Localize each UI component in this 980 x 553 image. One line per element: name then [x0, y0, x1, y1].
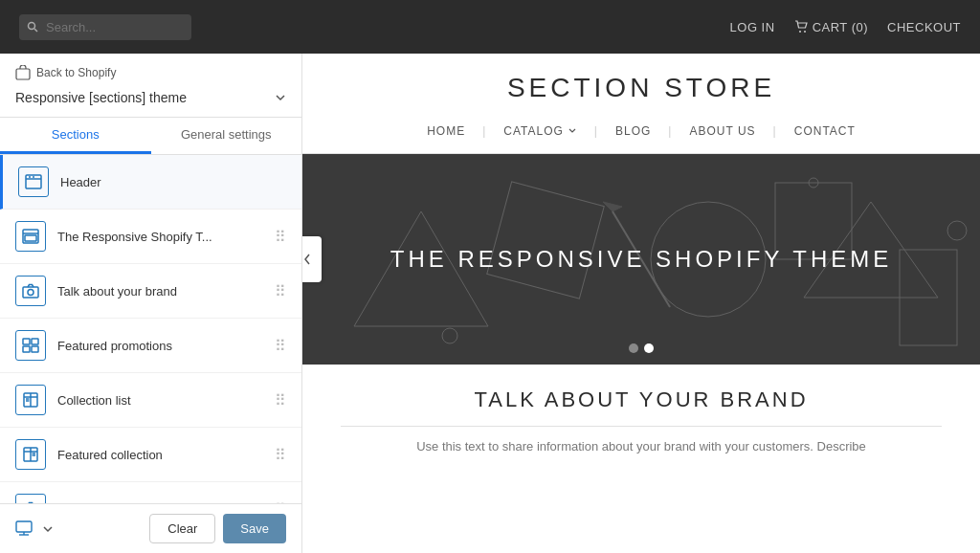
- tab-sections[interactable]: Sections: [0, 118, 151, 154]
- header-label: Header: [60, 175, 286, 189]
- book2-icon: [15, 439, 46, 470]
- svg-rect-14: [23, 339, 30, 344]
- sidebar-item-header[interactable]: Header: [0, 155, 301, 210]
- log-in-link[interactable]: LOG IN: [730, 20, 775, 34]
- drag-handle[interactable]: ⠿: [275, 391, 286, 409]
- hero-dot-1[interactable]: [629, 343, 638, 353]
- hero-dots: [629, 343, 654, 353]
- clear-button[interactable]: Clear: [149, 514, 215, 543]
- save-button[interactable]: Save: [223, 514, 286, 543]
- sidebar-item-responsive-theme[interactable]: The Responsive Shopify T... ⠿: [0, 210, 301, 264]
- main-wrap: Back to Shopify Responsive [sections] th…: [0, 54, 980, 553]
- sidebar-item-featured-promotions[interactable]: Featured promotions ⠿: [0, 319, 301, 373]
- header-icon: [18, 166, 49, 197]
- store-nav: HOME | CATALOG | BLOG | ABOUT US | CONTA…: [302, 119, 980, 144]
- sidebar-item-featured-collection[interactable]: Featured collection ⠿: [0, 428, 301, 482]
- sidebar-footer: Clear Save: [0, 503, 301, 553]
- monitor-icon[interactable]: [15, 520, 36, 538]
- svg-rect-40: [487, 182, 604, 299]
- hero-prev-arrow[interactable]: [302, 236, 322, 282]
- search-input[interactable]: [19, 14, 191, 40]
- svg-point-47: [442, 328, 457, 343]
- svg-rect-4: [16, 69, 30, 79]
- drag-handle[interactable]: ⠿: [275, 228, 286, 246]
- footer-buttons: Clear Save: [149, 514, 286, 543]
- svg-rect-36: [16, 521, 32, 532]
- svg-point-13: [28, 290, 33, 296]
- catalog-chevron-icon: [568, 126, 577, 136]
- svg-marker-46: [603, 202, 622, 211]
- your-headline-label: Your Headline: [57, 502, 263, 504]
- cart-link[interactable]: CART (0): [794, 20, 868, 34]
- collection-list-label: Collection list: [57, 393, 263, 408]
- featured-promotions-label: Featured promotions: [57, 339, 263, 353]
- search-wrap[interactable]: [19, 14, 191, 40]
- hero-dot-2[interactable]: [644, 343, 654, 353]
- svg-rect-12: [23, 287, 38, 298]
- brand-text: Use this text to share information about…: [341, 436, 942, 457]
- svg-rect-17: [32, 346, 38, 352]
- hero-slider: THE RESPONSIVE SHOPIFY THEME: [302, 154, 980, 365]
- svg-point-0: [29, 23, 35, 30]
- nav-home[interactable]: HOME: [410, 119, 482, 144]
- responsive-theme-label: The Responsive Shopify T...: [57, 230, 263, 244]
- sidebar-item-collection-list[interactable]: Collection list ⠿: [0, 373, 301, 428]
- camera2-icon: [15, 494, 46, 503]
- sidebar: Back to Shopify Responsive [sections] th…: [0, 54, 302, 553]
- topbar-left: [19, 14, 191, 40]
- featured-collection-label: Featured collection: [57, 448, 263, 462]
- svg-line-1: [34, 29, 37, 32]
- sidebar-tabs: Sections General settings: [0, 118, 301, 155]
- hero-icon: [15, 221, 46, 252]
- shopify-icon: [15, 65, 31, 80]
- sidebar-item-talk-brand[interactable]: Talk about your brand ⠿: [0, 264, 301, 319]
- footer-left: [15, 520, 54, 538]
- drag-handle[interactable]: ⠿: [275, 446, 286, 464]
- sidebar-header: Back to Shopify Responsive [sections] th…: [0, 54, 301, 118]
- brand-section: TALK ABOUT YOUR BRAND Use this text to s…: [302, 365, 980, 473]
- store-content: SECTION STORE HOME | CATALOG | BLOG | AB…: [302, 54, 980, 553]
- svg-rect-11: [25, 235, 36, 241]
- book-icon: [15, 385, 46, 415]
- drag-handle[interactable]: ⠿: [275, 500, 286, 504]
- talk-brand-label: Talk about your brand: [57, 284, 263, 299]
- svg-rect-16: [23, 346, 30, 352]
- svg-point-49: [947, 221, 967, 240]
- nav-about[interactable]: ABOUT US: [672, 119, 772, 144]
- topbar-right: LOG IN CART (0) CHECKOUT: [730, 20, 961, 34]
- store-site-header: SECTION STORE HOME | CATALOG | BLOG | AB…: [302, 54, 980, 154]
- svg-rect-15: [32, 339, 38, 344]
- store-title: SECTION STORE: [302, 73, 980, 103]
- chevron-down-icon: [275, 92, 286, 103]
- camera-icon: [15, 276, 46, 306]
- brand-title: TALK ABOUT YOUR BRAND: [341, 387, 942, 412]
- sidebar-item-your-headline[interactable]: Your Headline ⠿: [0, 482, 301, 503]
- store-topbar: LOG IN CART (0) CHECKOUT: [0, 0, 980, 54]
- tab-general-settings[interactable]: General settings: [151, 118, 302, 154]
- back-to-shopify[interactable]: Back to Shopify: [15, 65, 286, 80]
- brand-divider: [341, 426, 942, 427]
- theme-selector[interactable]: Responsive [sections] theme: [15, 90, 286, 105]
- nav-catalog[interactable]: CATALOG: [486, 119, 594, 144]
- svg-point-3: [804, 31, 806, 33]
- grid-icon: [15, 330, 46, 361]
- checkout-link[interactable]: CHECKOUT: [887, 20, 961, 34]
- svg-point-2: [799, 31, 801, 33]
- sidebar-items: Header The Responsive Shopify T... ⠿: [0, 155, 301, 503]
- hero-text: THE RESPONSIVE SHOPIFY THEME: [390, 246, 893, 273]
- drag-handle[interactable]: ⠿: [275, 282, 286, 300]
- nav-blog[interactable]: BLOG: [598, 119, 668, 144]
- drag-handle[interactable]: ⠿: [275, 337, 286, 355]
- chevron-down-icon-footer: [42, 523, 54, 535]
- nav-contact[interactable]: CONTACT: [777, 119, 873, 144]
